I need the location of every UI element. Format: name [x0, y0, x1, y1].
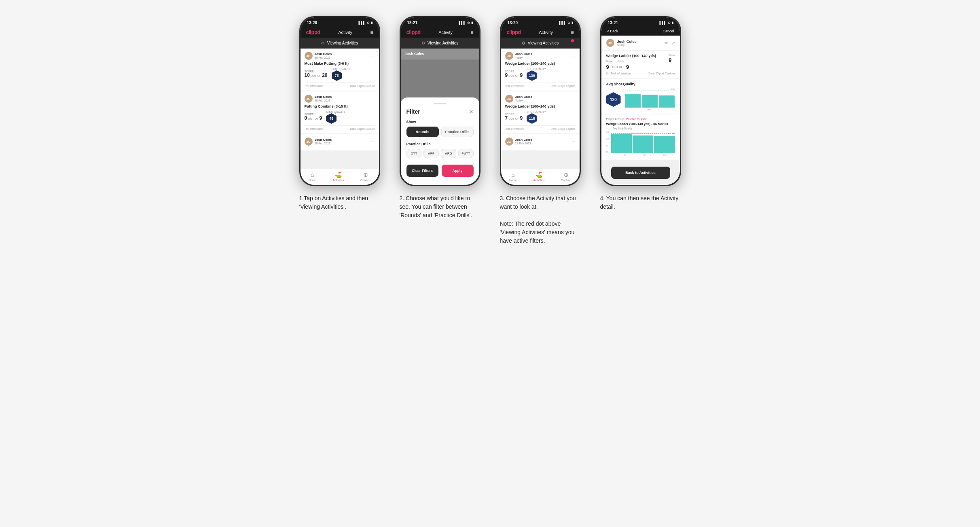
quality-label-1-1: Shot Quality — [326, 110, 345, 113]
activity-card-3-2[interactable]: JC Josh Coles 28 Feb 2023 ··· — [501, 134, 580, 151]
avg-quality-title-4: Avg Shot Quality — [606, 82, 675, 86]
nav-logo-1: clippd — [306, 29, 320, 35]
wifi-icon-2: ⊙ — [467, 21, 470, 25]
phone-col-1: 13:20 ▌▌▌ ⊙ ▮ clippd Activity ≡ ⚙ View — [295, 16, 384, 211]
card-user-3-2: JC Josh Coles 28 Feb 2023 — [505, 138, 533, 146]
caption-2: 2. Choose what you'd like to see. You ca… — [400, 194, 480, 220]
back-section-4: Back to Activities — [601, 160, 680, 185]
activity-card-3-1[interactable]: JC Josh Coles Today ··· Wedge Ladder (10… — [501, 91, 580, 134]
drill-arg-2[interactable]: ARG — [441, 149, 456, 158]
drills-btn-2[interactable]: Practice Drills — [441, 127, 474, 137]
user-name-3-0: Josh Coles — [515, 53, 533, 56]
detail-avatar-4: JC — [606, 39, 614, 47]
settings-icon-3: ⚙ — [522, 41, 525, 45]
drills-section-label-2: Practice Drills — [406, 142, 474, 146]
nav-menu-3[interactable]: ≡ — [571, 30, 574, 35]
viewing-banner-text-3: Viewing Activities — [528, 41, 559, 45]
detail-user-name-4: Josh Coles — [617, 40, 637, 44]
bar-3-4 — [659, 95, 675, 108]
score-value-3-1: 7 — [505, 116, 508, 121]
drill-ott-2[interactable]: OTT — [406, 149, 422, 158]
detail-user-row-4: JC Josh Coles Today ✏ ⤢ — [601, 36, 680, 51]
expand-icon-4[interactable]: ⤢ — [671, 40, 675, 46]
card-stats-3-1: Score 7 OUT OF 9 Shot Quality 1 — [505, 110, 576, 124]
back-btn-4[interactable]: < Back — [607, 29, 618, 33]
bar-labels-4: 132 129 124 — [606, 154, 675, 157]
shots-sublabel-4: Shots — [669, 54, 675, 56]
user-name-3-2: Josh Coles — [515, 138, 533, 142]
bottom-nav-activities-1[interactable]: ⛳ Activities — [333, 171, 344, 182]
user-name-1-2: Josh Coles — [315, 138, 332, 142]
bottom-nav-capture-1[interactable]: ⊕ Capture — [360, 171, 370, 182]
clear-filters-btn-2[interactable]: Clear Filters — [406, 165, 438, 177]
activity-card-1-2[interactable]: JC Josh Coles 28 Feb 2023 ··· — [301, 134, 379, 151]
activities-list-3: JC Josh Coles Today ··· Wedge Ladder (10… — [501, 49, 580, 169]
y-tick-60: 60 — [606, 151, 610, 153]
filter-close-2[interactable]: ✕ — [469, 108, 474, 115]
bottom-nav-home-1[interactable]: ⌂ Home — [309, 171, 316, 182]
detail-nav-4: < Back Cancel — [601, 27, 680, 36]
cancel-btn-4[interactable]: Cancel — [663, 29, 674, 33]
drill-app-2[interactable]: APP — [423, 149, 439, 158]
dots-menu-3-2[interactable]: ··· — [571, 139, 575, 144]
detail-player-section-4: Player Activity · Practice Session Wedge… — [601, 114, 680, 160]
detail-user-info-4: Josh Coles Today — [617, 40, 637, 47]
bottom-nav-capture-3[interactable]: ⊕ Capture — [561, 171, 571, 182]
bottom-nav-home-3[interactable]: ⌂ Home — [509, 171, 517, 182]
detail-bar-3 — [654, 136, 675, 153]
detail-stats-row-4: 9 OUT OF 9 — [606, 64, 656, 70]
edit-icon-4[interactable]: ✏ — [665, 40, 668, 46]
detail-title-left-4: Wedge Ladder (100–140 yds) Score Shots 9… — [606, 54, 656, 70]
avatar-1-0: JC — [305, 52, 313, 60]
filter-actions-2: Clear Filters Apply — [406, 165, 474, 177]
settings-icon-2: ⚙ — [421, 41, 425, 45]
dots-menu-3-0[interactable]: ··· — [571, 53, 575, 58]
activity-card-1-0[interactable]: JC Josh Coles 28 Feb 2023 ··· Must Make … — [301, 49, 379, 91]
outof-text-3-1: OUT OF — [508, 117, 519, 120]
viewing-banner-text-2: Viewing Activities — [428, 41, 459, 45]
dots-menu-1-2[interactable]: ··· — [371, 139, 375, 144]
detail-user-date-4: Today — [617, 44, 637, 47]
score-group-1-1: Score 0 OUT OF 9 — [305, 113, 322, 121]
player-activity-header-4: Player Activity · Practice Session — [606, 118, 675, 121]
quality-label-1-0: Shot Quality — [332, 68, 351, 70]
back-to-activities-btn-4[interactable]: Back to Activities — [611, 167, 670, 179]
footer-right-1-1: Data: Clippd Capture — [350, 127, 375, 130]
home-icon-3: ⌂ — [511, 171, 514, 178]
battery-icon-1: ▮ — [371, 21, 373, 25]
nav-bar-3: clippd Activity ≡ — [501, 27, 580, 38]
dots-menu-1-1[interactable]: ··· — [371, 96, 375, 101]
bar-chart-area-4: — 124 — [611, 131, 675, 153]
dots-menu-3-1[interactable]: ··· — [571, 96, 575, 101]
bottom-nav-1: ⌂ Home ⛳ Activities ⊕ Capture — [301, 169, 379, 185]
dots-menu-1-0[interactable]: ··· — [371, 53, 375, 58]
nav-menu-2[interactable]: ≡ — [470, 30, 473, 35]
footer-left-3-1: Test Information — [505, 127, 524, 130]
settings-icon-1: ⚙ — [321, 41, 325, 45]
activity-card-1-1[interactable]: JC Josh Coles 28 Feb 2023 ··· Putting Co… — [301, 91, 379, 134]
nav-bar-1: clippd Activity ≡ — [301, 27, 379, 38]
drill-putt-2[interactable]: PUTT — [458, 149, 474, 158]
card-stats-1-1: Score 0 OUT OF 9 Shot Quality 4 — [305, 110, 375, 124]
card-title-3-0: Wedge Ladder (100–140 yds) — [505, 61, 576, 66]
card-title-3-1: Wedge Ladder (100–140 yds) — [505, 104, 576, 108]
rounds-btn-2[interactable]: Rounds — [406, 127, 439, 137]
avatar-1-1: JC — [305, 95, 313, 103]
caption-3-text: 3. Choose the Activity that you want to … — [500, 195, 576, 244]
wifi-icon-4: ⊙ — [668, 21, 671, 25]
viewing-banner-3[interactable]: ⚙ Viewing Activities — [501, 38, 580, 49]
capture-label-1: Capture — [360, 179, 370, 182]
red-dot-3 — [571, 39, 574, 42]
activities-list-1: JC Josh Coles 28 Feb 2023 ··· Must Make … — [301, 49, 379, 169]
detail-content-4: Wedge Ladder (100–140 yds) Score Shots 9… — [601, 51, 680, 185]
viewing-banner-1[interactable]: ⚙ Viewing Activities — [301, 38, 379, 49]
card-footer-1-1: Test Information Data: Clippd Capture — [305, 125, 375, 130]
detail-user-left-4: JC Josh Coles Today — [606, 39, 637, 47]
bottom-nav-activities-3[interactable]: ⛳ Activities — [533, 171, 545, 182]
nav-menu-1[interactable]: ≡ — [370, 30, 373, 35]
activity-card-3-0[interactable]: JC Josh Coles Today ··· Wedge Ladder (10… — [501, 49, 580, 91]
apply-btn-2[interactable]: Apply — [442, 165, 474, 177]
card-header-1-0: JC Josh Coles 28 Feb 2023 ··· — [305, 52, 375, 60]
card-title-1-0: Must Make Putting (3-6 ft) — [305, 61, 375, 66]
activities-icon-1: ⛳ — [335, 171, 342, 178]
